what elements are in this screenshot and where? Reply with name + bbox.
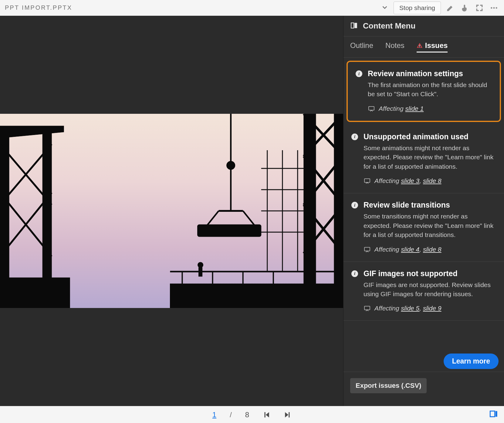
issue-affecting: Affecting slide 5, slide 9: [364, 305, 496, 312]
issue-description: GIF images are not supported. Review sli…: [364, 280, 496, 299]
svg-rect-42: [419, 45, 420, 46]
svg-rect-41: [354, 23, 357, 28]
slide-link[interactable]: slide 4: [401, 246, 420, 253]
more-icon[interactable]: [489, 3, 499, 13]
panel-tabs: Outline Notes Issues: [343, 36, 504, 58]
pointer-hand-icon[interactable]: [460, 3, 470, 13]
issue-title: Review animation settings: [368, 69, 492, 78]
svg-rect-40: [351, 23, 354, 28]
issue-description: The first animation on the first slide s…: [368, 80, 492, 99]
tab-outline[interactable]: Outline: [350, 41, 373, 52]
panel-header: Content Menu: [343, 16, 504, 36]
svg-rect-47: [364, 306, 370, 310]
issue-item[interactable]: i Review slide transitions Some transiti…: [343, 193, 504, 262]
svg-line-15: [243, 211, 255, 226]
svg-rect-46: [364, 247, 370, 251]
fullscreen-icon[interactable]: [474, 3, 485, 13]
svg-rect-48: [490, 411, 495, 417]
layout-toggle-icon[interactable]: [489, 410, 498, 420]
slide-link[interactable]: slide 8: [423, 177, 441, 184]
svg-point-12: [227, 161, 235, 170]
issue-affecting: Affecting slide 4, slide 8: [364, 246, 496, 253]
svg-marker-3: [0, 126, 64, 138]
content-menu-panel: Content Menu Outline Notes Issues i Revi…: [343, 16, 504, 406]
issue-description: Some transitions might not render as exp…: [364, 212, 496, 239]
svg-rect-39: [199, 267, 202, 276]
total-pages: 8: [245, 411, 249, 419]
slide-icon: [368, 105, 375, 112]
slide-link[interactable]: slide 1: [405, 105, 424, 112]
stop-sharing-button[interactable]: Stop sharing: [394, 2, 441, 14]
tab-issues[interactable]: Issues: [417, 41, 448, 52]
slide-link[interactable]: slide 5: [401, 305, 420, 312]
slide-icon: [364, 305, 371, 312]
chevron-down-icon[interactable]: [380, 4, 389, 12]
file-title: PPT IMPORT.PPTX: [5, 4, 376, 11]
slide-link[interactable]: slide 8: [423, 246, 441, 253]
svg-rect-44: [369, 107, 374, 110]
svg-point-2: [496, 7, 497, 8]
issue-affecting: Affecting slide 3, slide 8: [364, 177, 496, 184]
first-slide-icon[interactable]: [262, 411, 270, 419]
slide-preview[interactable]: [0, 114, 343, 308]
svg-rect-16: [198, 225, 261, 237]
top-bar: PPT IMPORT.PPTX Stop sharing: [0, 0, 504, 16]
info-icon: i: [351, 270, 358, 277]
slide-link[interactable]: slide 3: [401, 177, 420, 184]
current-page[interactable]: 1: [212, 411, 216, 419]
svg-rect-43: [419, 46, 420, 47]
issue-item[interactable]: i Review animation settings The first an…: [347, 61, 501, 122]
info-icon: i: [351, 202, 358, 208]
svg-point-0: [491, 7, 492, 8]
issues-list[interactable]: i Review animation settings The first an…: [343, 58, 504, 372]
svg-rect-32: [170, 284, 343, 308]
export-issues-button[interactable]: Export issues (.CSV): [350, 378, 427, 393]
issue-item[interactable]: i GIF images not supported GIF images ar…: [343, 262, 504, 321]
last-slide-icon[interactable]: [284, 411, 292, 419]
learn-more-button[interactable]: Learn more: [444, 354, 499, 369]
issue-title: Review slide transitions: [364, 201, 496, 209]
svg-rect-10: [0, 278, 70, 308]
pen-icon[interactable]: [445, 3, 455, 13]
svg-point-38: [198, 262, 203, 268]
page-separator: /: [230, 411, 232, 419]
svg-rect-45: [364, 179, 370, 182]
issue-title: GIF images not supported: [364, 269, 496, 278]
slide-link[interactable]: slide 9: [423, 305, 441, 312]
tab-notes[interactable]: Notes: [385, 41, 404, 52]
issue-title: Unsupported animation used: [364, 132, 496, 141]
issue-description: Some animations might not render as expe…: [364, 144, 496, 171]
bottom-bar: 1 / 8: [0, 406, 504, 423]
slide-icon: [364, 177, 371, 184]
warning-icon: [417, 42, 423, 49]
svg-rect-49: [496, 411, 497, 417]
pager: 1 / 8: [212, 411, 292, 419]
export-section: Export issues (.CSV): [343, 372, 504, 406]
info-icon: i: [351, 134, 358, 140]
panel-icon: [350, 22, 358, 31]
issue-item[interactable]: i Unsupported animation used Some animat…: [343, 125, 504, 193]
svg-line-14: [207, 211, 219, 226]
svg-point-1: [493, 7, 495, 8]
panel-title: Content Menu: [363, 21, 415, 31]
issue-affecting: Affecting slide 1: [368, 105, 492, 112]
slide-stage: [0, 16, 343, 406]
tab-issues-label: Issues: [425, 41, 448, 50]
info-icon: i: [356, 70, 362, 77]
slide-icon: [364, 246, 371, 253]
